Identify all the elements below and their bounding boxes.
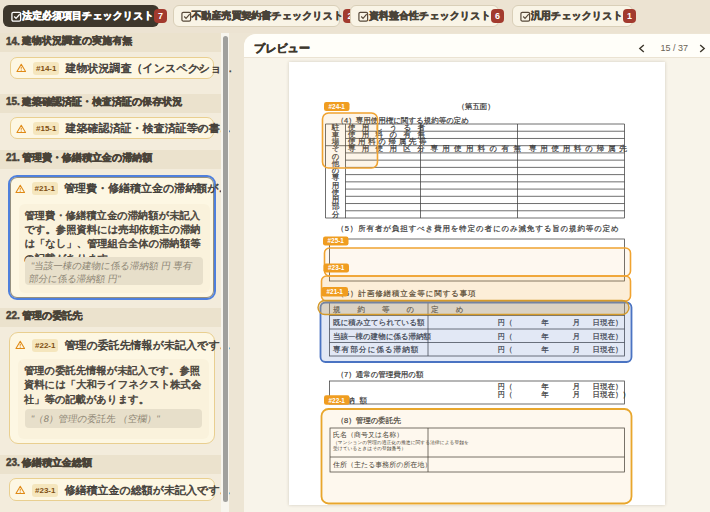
svg-text:月: 月 [572, 390, 580, 399]
svg-text:（5）所有者が負担すべき費用を特定の者にのみ減免する旨の規約: （5）所有者が負担すべき費用を特定の者にのみ減免する旨の規約等の定め [336, 224, 619, 233]
svg-text:#21-1: #21-1 [326, 288, 343, 295]
svg-text:分: 分 [331, 210, 339, 219]
svg-text:日現在））: 日現在）） [592, 390, 630, 399]
svg-text:#24-1: #24-1 [328, 103, 345, 110]
svg-text:#22-1: #22-1 [328, 397, 345, 404]
svg-text:専用使用料の帰属先: 専用使用料の帰属先 [529, 144, 630, 153]
svg-text:納額: 納額 [347, 396, 372, 405]
svg-text:円（: 円（ [497, 390, 512, 399]
svg-text:#25-1: #25-1 [327, 237, 344, 244]
svg-text:（第五面）: （第五面） [457, 102, 495, 111]
svg-text:年: 年 [540, 390, 549, 399]
svg-text:#23-1: #23-1 [328, 264, 345, 271]
svg-text:専用使用料の有無: 専用使用料の有無 [430, 144, 525, 153]
svg-text:（7）通常の管理費用の額: （7）通常の管理費用の額 [336, 370, 424, 379]
